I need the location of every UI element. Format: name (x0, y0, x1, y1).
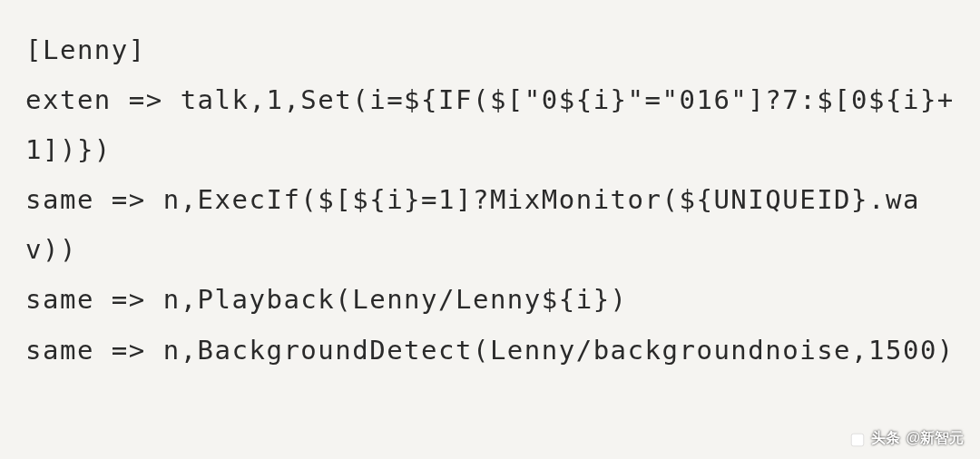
watermark-account: @新智元 (906, 425, 964, 452)
svg-rect-0 (852, 434, 865, 446)
code-line: [Lenny] (25, 34, 146, 65)
watermark: 头条 @新智元 (849, 425, 964, 452)
code-block: [Lenny] exten => talk,1,Set(i=${IF($["0$… (25, 25, 955, 376)
code-line: same => n,Playback(Lenny/Lenny${i}) (25, 284, 628, 315)
toutiao-icon (849, 430, 866, 446)
watermark-prefix: 头条 (871, 425, 900, 452)
code-line: same => n,BackgroundDetect(Lenny/backgro… (25, 335, 955, 366)
code-line: same => n,ExecIf($[${i}=1]?MixMonitor(${… (25, 184, 920, 265)
code-line: exten => talk,1,Set(i=${IF($["0${i}"="01… (25, 84, 955, 165)
